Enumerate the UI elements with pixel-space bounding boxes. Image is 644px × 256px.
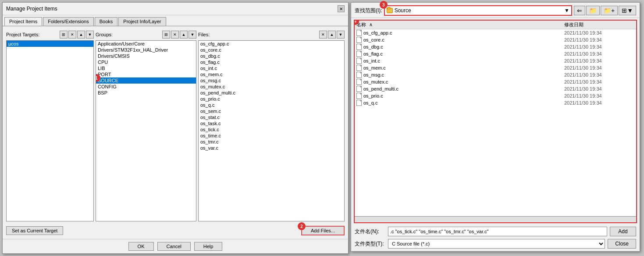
- group-item-source[interactable]: 1 SOURCE: [96, 77, 196, 84]
- file-name: os_mem.c: [363, 65, 564, 70]
- groups-label: Groups:: [96, 32, 113, 37]
- file-list-item[interactable]: os_core.c 2021/11/30 19:34: [355, 36, 636, 43]
- badge-3: 3: [380, 1, 388, 9]
- targets-down-btn[interactable]: ▼: [86, 31, 94, 39]
- close-button[interactable]: ✕: [338, 5, 345, 12]
- file-item[interactable]: os_cfg_app.c: [199, 41, 344, 47]
- file-list-item[interactable]: os_mem.c 2021/11/30 19:34: [355, 64, 636, 71]
- group-item[interactable]: LIB: [96, 65, 196, 71]
- close-button[interactable]: Close: [608, 239, 636, 249]
- nav-view-btn[interactable]: ⊞▼: [619, 6, 636, 15]
- group-item[interactable]: PORT: [96, 71, 196, 77]
- group-item[interactable]: CPU: [96, 59, 196, 65]
- file-list-item[interactable]: os_msg.c 2021/11/30 19:34: [355, 71, 636, 78]
- targets-listbox: µcos: [6, 40, 94, 221]
- target-item-ucos[interactable]: µcos: [7, 41, 93, 47]
- filename-input[interactable]: [388, 227, 607, 236]
- file-name: os_msg.c: [363, 72, 564, 77]
- group-item[interactable]: CONFIG: [96, 84, 196, 90]
- targets-delete-btn[interactable]: ✕: [68, 31, 76, 39]
- file-list-item[interactable]: os_pend_multi.c 2021/11/30 19:34: [355, 85, 636, 92]
- files-up-btn[interactable]: ▲: [328, 31, 336, 39]
- groups-down-btn[interactable]: ▼: [189, 31, 196, 39]
- filetype-select[interactable]: C Source file (*.c): [388, 239, 605, 249]
- nav-new-folder-btn[interactable]: 📁+: [601, 6, 618, 15]
- file-date: 2021/11/30 19:34: [564, 30, 634, 35]
- file-name: os_cfg_app.c: [363, 30, 564, 35]
- tab-project-items[interactable]: Project Items: [4, 17, 42, 26]
- file-item[interactable]: os_task.c: [199, 120, 344, 126]
- file-list-item[interactable]: os_q.c 2021/11/30 19:34: [355, 99, 636, 106]
- file-date: 2021/11/30 19:34: [564, 86, 634, 91]
- file-icon: [356, 100, 362, 106]
- filename-label: 文件名(N):: [355, 228, 385, 235]
- file-name: os_int.c: [363, 58, 564, 63]
- files-delete-btn[interactable]: ✕: [319, 31, 327, 39]
- file-icon: [356, 86, 362, 92]
- tab-books[interactable]: Books: [95, 17, 118, 26]
- file-item[interactable]: os_tmr.c: [199, 139, 344, 145]
- ok-button[interactable]: OK: [128, 242, 154, 251]
- file-list-item[interactable]: os_cfg_app.c 2021/11/30 19:34: [355, 29, 636, 36]
- file-icon: [356, 37, 362, 43]
- scope-dropdown[interactable]: Source ▼: [384, 5, 572, 16]
- file-date: 2021/11/30 19:34: [564, 65, 634, 70]
- nav-up-btn[interactable]: 📁: [586, 6, 600, 15]
- file-item[interactable]: os_msg.c: [199, 77, 344, 84]
- file-list-item[interactable]: os_int.c 2021/11/30 19:34: [355, 57, 636, 64]
- file-item[interactable]: os_prio.c: [199, 96, 344, 102]
- file-item[interactable]: os_pend_multi.c: [199, 90, 344, 96]
- file-list-item[interactable]: os_mutex.c 2021/11/30 19:34: [355, 78, 636, 85]
- groups-listbox: Application/User/Core Drivers/STM32F1xx_…: [96, 40, 196, 221]
- date-col-header: 修改日期: [564, 21, 634, 28]
- file-item[interactable]: os_q.c: [199, 102, 344, 108]
- file-item[interactable]: os_dbg.c: [199, 53, 344, 59]
- add-button[interactable]: Add: [610, 227, 636, 236]
- help-button[interactable]: Help: [194, 242, 223, 251]
- groups-new-btn[interactable]: ⊞: [162, 31, 170, 39]
- targets-new-btn[interactable]: ⊞: [60, 31, 68, 39]
- file-item[interactable]: os_mutex.c: [199, 84, 344, 90]
- nav-back-btn[interactable]: ⇐: [574, 6, 585, 15]
- file-icon: [356, 51, 362, 57]
- file-list-item[interactable]: os_flag.c 2021/11/30 19:34: [355, 50, 636, 57]
- file-date: 2021/11/30 19:34: [564, 58, 634, 63]
- file-item[interactable]: os_flag.c: [199, 59, 344, 65]
- file-item[interactable]: os_tick.c: [199, 126, 344, 133]
- file-item[interactable]: os_sem.c: [199, 108, 344, 114]
- tab-folders-extensions[interactable]: Folders/Extensions: [43, 17, 94, 26]
- file-icon: [356, 79, 362, 85]
- group-item[interactable]: Drivers/CMSIS: [96, 53, 196, 59]
- file-date: 2021/11/30 19:34: [564, 100, 634, 105]
- set-current-target-button[interactable]: Set as Current Target: [6, 226, 63, 235]
- file-list-item[interactable]: os_dbg.c 2021/11/30 19:34: [355, 43, 636, 50]
- file-item[interactable]: os_stat.c: [199, 114, 344, 120]
- tab-project-info-layer[interactable]: Project Info/Layer: [118, 17, 166, 26]
- file-item[interactable]: os_int.c: [199, 65, 344, 71]
- file-name: os_flag.c: [363, 51, 564, 56]
- group-item[interactable]: Drivers/STM32F1xx_HAL_Driver: [96, 47, 196, 53]
- file-item[interactable]: os_var.c: [199, 145, 344, 151]
- dialog-title: Manage Project Items: [6, 6, 57, 12]
- groups-delete-btn[interactable]: ✕: [171, 31, 179, 39]
- files-down-btn[interactable]: ▼: [337, 31, 345, 39]
- file-name: os_dbg.c: [363, 44, 564, 49]
- file-icon: [356, 72, 362, 78]
- file-item[interactable]: os_core.c: [199, 47, 344, 53]
- targets-up-btn[interactable]: ▲: [77, 31, 85, 39]
- file-date: 2021/11/30 19:34: [564, 37, 634, 42]
- file-list-item[interactable]: os_prio.c 2021/11/30 19:34: [355, 92, 636, 99]
- horizontal-scrollbar[interactable]: [355, 216, 636, 222]
- add-files-button[interactable]: Add Files...: [301, 226, 345, 235]
- folder-icon: [387, 8, 393, 13]
- file-icon: [356, 58, 362, 64]
- file-date: 2021/11/30 19:34: [564, 44, 634, 49]
- cancel-button[interactable]: Cancel: [157, 242, 191, 251]
- file-item[interactable]: os_mem.c: [199, 71, 344, 77]
- file-item[interactable]: os_time.c: [199, 133, 344, 139]
- groups-up-btn[interactable]: ▲: [180, 31, 188, 39]
- group-item[interactable]: BSP: [96, 90, 196, 96]
- name-col-header[interactable]: 名称 ∧: [356, 21, 564, 28]
- file-area-header: 名称 ∧ 修改日期: [355, 21, 636, 29]
- group-item[interactable]: Application/User/Core: [96, 41, 196, 47]
